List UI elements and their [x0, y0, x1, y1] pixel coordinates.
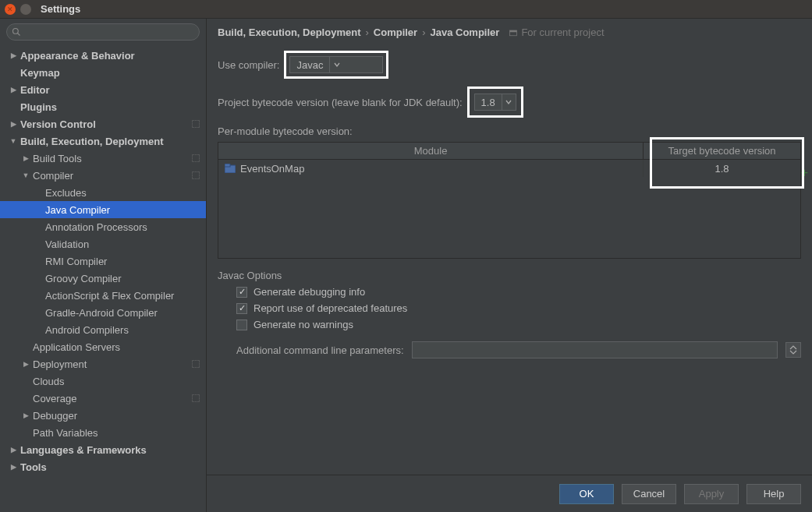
sidebar-item-languages-frameworks[interactable]: ▶Languages & Frameworks: [0, 441, 206, 458]
tree-arrow-icon: ▶: [22, 154, 30, 162]
col-module[interactable]: Module: [218, 143, 644, 159]
chk-report-deprecated-label: Report use of deprecated features: [254, 302, 407, 314]
tree-arrow-icon: ▶: [22, 360, 30, 368]
sidebar-item-label: Path Variables: [33, 427, 98, 439]
chk-generate-nowarn-label: Generate no warnings: [254, 319, 353, 330]
tree-arrow-icon: ▼: [22, 171, 30, 179]
cell-target[interactable]: 1.8: [644, 160, 800, 177]
breadcrumb: Build, Execution, Deployment › Compiler …: [207, 19, 812, 43]
sidebar-item-version-control[interactable]: ▶Version Control: [0, 115, 206, 132]
svg-line-1: [18, 34, 20, 36]
chk-generate-debug[interactable]: Generate debugging info: [236, 286, 801, 298]
sidebar-item-label: Editor: [20, 84, 50, 96]
per-module-label: Per-module bytecode version:: [218, 125, 801, 137]
use-compiler-combo[interactable]: Javac: [289, 56, 383, 73]
sidebar-item-label: Build Tools: [33, 153, 82, 164]
chevron-down-icon: [502, 94, 516, 110]
sidebar-item-tools[interactable]: ▶Tools: [0, 458, 206, 475]
crumb-sep: ›: [365, 26, 368, 38]
help-button[interactable]: Help: [746, 484, 801, 504]
sidebar-item-label: Java Compiler: [45, 204, 110, 216]
sidebar-item-validation[interactable]: Validation: [0, 235, 206, 252]
svg-rect-5: [225, 164, 230, 167]
sidebar-item-build-execution-deployment[interactable]: ▼Build, Execution, Deployment: [0, 132, 206, 150]
project-scope-icon: [192, 171, 200, 179]
highlight-project-bytecode: 1.8: [467, 87, 523, 118]
addl-params-input[interactable]: [412, 341, 778, 358]
sidebar-item-plugins[interactable]: Plugins: [0, 98, 206, 115]
sidebar-item-label: Application Servers: [33, 341, 120, 353]
sidebar-item-deployment[interactable]: ▶Deployment: [0, 355, 206, 373]
window-minimize-icon[interactable]: [20, 4, 31, 15]
addl-params-label: Additional command line parameters:: [236, 344, 404, 356]
crumb-b[interactable]: Compiler: [374, 26, 417, 38]
tree-arrow-icon: ▼: [9, 137, 17, 145]
use-compiler-label: Use compiler:: [218, 59, 279, 71]
sidebar-item-groovy-compiler[interactable]: Groovy Compiler: [0, 270, 206, 287]
sidebar-item-label: Appearance & Behavior: [20, 50, 135, 62]
checkbox-icon: [236, 320, 247, 330]
add-row-icon[interactable]: +: [801, 166, 808, 180]
table-row[interactable]: EventsOnMap1.8: [218, 160, 800, 177]
sidebar-item-label: Deployment: [33, 358, 87, 370]
project-icon: [509, 28, 518, 37]
sidebar-item-label: Clouds: [33, 376, 64, 387]
sidebar-item-label: Annotation Processors: [45, 221, 147, 233]
cancel-button[interactable]: Cancel: [622, 484, 676, 504]
sidebar-item-application-servers[interactable]: Application Servers: [0, 338, 206, 355]
sidebar-item-rmi-compiler[interactable]: RMI Compiler: [0, 252, 206, 270]
apply-button[interactable]: Apply: [684, 484, 739, 504]
sidebar-item-compiler[interactable]: ▼Compiler: [0, 167, 206, 184]
sidebar-item-label: Compiler: [33, 170, 73, 182]
tree-arrow-icon: ▶: [9, 446, 17, 454]
project-bytecode-combo[interactable]: 1.8: [474, 94, 516, 111]
project-bytecode-value: 1.8: [475, 97, 502, 108]
cell-module: EventsOnMap: [218, 160, 644, 177]
sidebar-item-android-compilers[interactable]: Android Compilers: [0, 321, 206, 338]
search-input[interactable]: [24, 26, 194, 37]
sidebar-item-label: Debugger: [33, 410, 77, 422]
svg-point-0: [13, 29, 19, 34]
sidebar-item-path-variables[interactable]: Path Variables: [0, 424, 206, 441]
expand-field-button[interactable]: [785, 342, 801, 358]
settings-main: Build, Execution, Deployment › Compiler …: [207, 19, 812, 512]
highlight-use-compiler: Javac: [284, 51, 388, 79]
sidebar-item-debugger[interactable]: ▶Debugger: [0, 407, 206, 424]
sidebar-item-build-tools[interactable]: ▶Build Tools: [0, 150, 206, 167]
titlebar: ✕ Settings: [0, 0, 812, 19]
project-scope-icon: [192, 394, 200, 402]
sidebar-item-label: Build, Execution, Deployment: [20, 136, 163, 147]
sidebar-item-clouds[interactable]: Clouds: [0, 373, 206, 390]
ok-button[interactable]: OK: [559, 484, 614, 504]
tree-arrow-icon: ▶: [9, 51, 17, 59]
sidebar-item-annotation-processors[interactable]: Annotation Processors: [0, 218, 206, 235]
project-scope-icon: [192, 360, 200, 368]
sidebar-item-label: Android Compilers: [45, 324, 129, 336]
sidebar-item-coverage[interactable]: Coverage: [0, 390, 206, 407]
sidebar-item-editor[interactable]: ▶Editor: [0, 81, 206, 98]
sidebar-item-label: Languages & Frameworks: [20, 444, 147, 456]
checkbox-icon: [236, 303, 247, 314]
sidebar-item-label: ActionScript & Flex Compiler: [45, 290, 174, 302]
per-module-table[interactable]: Module Target bytecode version EventsOnM…: [218, 142, 801, 259]
chk-report-deprecated[interactable]: Report use of deprecated features: [236, 302, 801, 314]
project-scope-icon: [192, 154, 200, 162]
sidebar-item-label: Plugins: [20, 101, 57, 113]
checkbox-icon: [236, 287, 247, 298]
crumb-a[interactable]: Build, Execution, Deployment: [218, 26, 360, 38]
sidebar-item-gradle-android-compiler[interactable]: Gradle-Android Compiler: [0, 304, 206, 321]
chk-generate-nowarn[interactable]: Generate no warnings: [236, 319, 801, 330]
search-input-wrap[interactable]: [6, 23, 200, 41]
chevron-down-icon: [329, 57, 343, 72]
sidebar-item-actionscript-flex-compiler[interactable]: ActionScript & Flex Compiler: [0, 287, 206, 304]
col-target[interactable]: Target bytecode version: [644, 143, 800, 159]
settings-tree[interactable]: ▶Appearance & BehaviorKeymap▶EditorPlugi…: [0, 45, 206, 512]
tree-arrow-icon: ▶: [9, 463, 17, 471]
sidebar-item-excludes[interactable]: Excludes: [0, 184, 206, 201]
sidebar-item-java-compiler[interactable]: Java Compiler: [0, 201, 206, 218]
sidebar-item-keymap[interactable]: Keymap: [0, 64, 206, 81]
sidebar-item-appearance-behavior[interactable]: ▶Appearance & Behavior: [0, 47, 206, 64]
dialog-footer: OK Cancel Apply Help: [207, 475, 812, 512]
sidebar-item-label: Gradle-Android Compiler: [45, 307, 158, 319]
window-close-icon[interactable]: ✕: [5, 4, 16, 15]
